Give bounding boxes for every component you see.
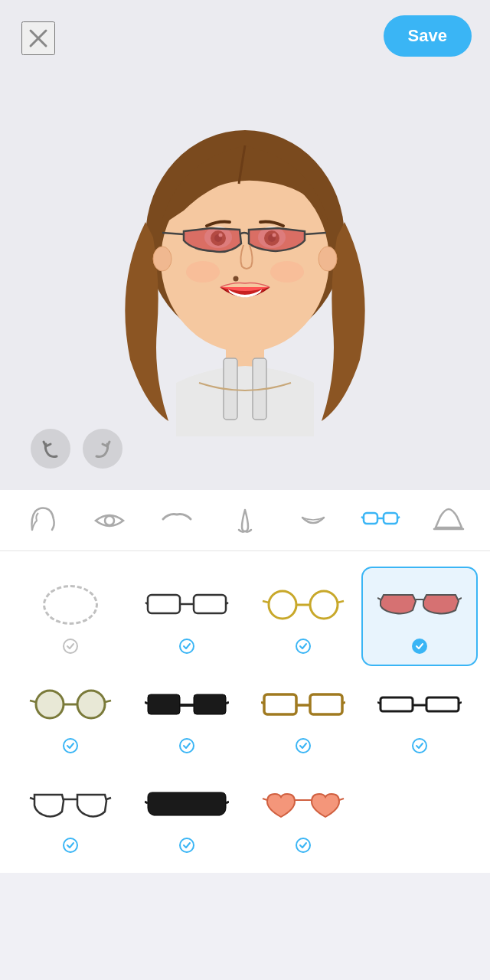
redo-button[interactable]	[83, 429, 122, 469]
heart-peach-glasses-icon	[261, 779, 345, 828]
svg-line-49	[30, 701, 36, 702]
tab-hair[interactable]	[14, 498, 69, 544]
pilot-white-glasses-icon	[28, 779, 113, 828]
svg-point-73	[64, 838, 77, 852]
gold-wayfarer-glasses-icon	[261, 680, 345, 729]
black-wayfarer-glasses-icon	[145, 680, 229, 729]
tab-hat[interactable]	[421, 498, 476, 544]
svg-rect-64	[381, 697, 413, 711]
red-cat-glasses-icon	[377, 580, 462, 629]
glasses-option-red-cat[interactable]	[361, 567, 478, 666]
svg-line-55	[145, 702, 148, 704]
svg-line-43	[377, 598, 381, 599]
glasses-option-black-thin[interactable]	[361, 666, 478, 766]
category-tabs	[0, 490, 490, 551]
svg-line-75	[226, 802, 229, 803]
tab-eyes[interactable]	[82, 498, 137, 544]
gold-round-check-icon	[292, 635, 314, 657]
olive-round-check-icon	[60, 735, 81, 756]
heart-peach-check-icon	[292, 835, 314, 856]
glasses-option-black-shield[interactable]	[129, 766, 245, 865]
svg-point-35	[180, 639, 194, 653]
svg-point-20	[153, 247, 172, 271]
black-shield-glasses-icon	[145, 779, 229, 828]
svg-line-39	[263, 601, 269, 603]
tab-nose[interactable]	[217, 498, 273, 544]
glasses-options-grid	[0, 551, 490, 873]
tab-glasses[interactable]	[353, 498, 408, 544]
white-thin-check-icon	[176, 635, 198, 657]
gold-wayfarer-check-icon	[292, 735, 314, 756]
svg-point-63	[296, 739, 310, 753]
svg-rect-31	[194, 595, 226, 613]
black-wayfarer-check-icon	[176, 735, 198, 756]
svg-point-21	[318, 247, 337, 271]
svg-line-72	[106, 798, 111, 799]
glasses-option-olive-round[interactable]	[12, 666, 129, 766]
pilot-white-check-icon	[60, 835, 81, 856]
svg-point-18	[186, 261, 220, 283]
svg-line-79	[339, 799, 344, 800]
glasses-option-pilot-white[interactable]	[12, 766, 129, 865]
svg-point-37	[310, 591, 338, 619]
red-cat-check-icon	[409, 635, 430, 657]
svg-rect-58	[264, 694, 296, 714]
svg-line-61	[261, 702, 264, 704]
svg-point-46	[36, 691, 64, 718]
glasses-option-gold-wayfarer[interactable]	[245, 666, 361, 766]
svg-line-78	[263, 799, 267, 800]
tab-mouth[interactable]	[286, 498, 341, 544]
svg-line-44	[459, 598, 462, 599]
svg-point-51	[64, 739, 77, 753]
svg-line-56	[226, 702, 229, 704]
svg-rect-59	[310, 694, 342, 714]
svg-line-27	[397, 517, 400, 518]
black-thin-check-icon	[409, 735, 430, 756]
tab-eyebrows[interactable]	[149, 498, 204, 544]
svg-rect-30	[148, 595, 180, 613]
svg-point-76	[180, 838, 194, 852]
avatar-display	[84, 69, 406, 452]
avatar-preview-area: Save	[0, 0, 490, 490]
svg-rect-23	[364, 513, 377, 524]
save-button[interactable]: Save	[384, 15, 472, 57]
black-thin-glasses-icon	[377, 680, 462, 729]
svg-point-29	[64, 639, 77, 653]
black-shield-check-icon	[176, 835, 198, 856]
gold-round-glasses-icon	[261, 580, 345, 629]
svg-point-41	[296, 639, 310, 653]
glasses-option-none[interactable]	[12, 567, 129, 666]
svg-point-45	[413, 639, 426, 653]
glasses-option-white-thin[interactable]	[129, 567, 245, 666]
svg-rect-53	[194, 694, 226, 714]
svg-point-22	[105, 516, 114, 525]
white-thin-glasses-icon	[145, 580, 229, 629]
svg-line-26	[361, 517, 364, 518]
olive-round-glasses-icon	[28, 680, 113, 729]
close-button[interactable]	[21, 21, 55, 55]
none-glasses-icon	[43, 580, 98, 629]
svg-line-74	[145, 802, 148, 803]
svg-rect-52	[148, 694, 180, 714]
svg-line-33	[145, 603, 148, 604]
svg-line-40	[338, 601, 344, 603]
none-check-icon	[60, 635, 81, 657]
svg-rect-24	[384, 513, 397, 524]
svg-point-17	[234, 276, 239, 282]
svg-point-36	[269, 591, 296, 619]
svg-point-47	[77, 691, 105, 718]
undo-button[interactable]	[31, 429, 70, 469]
svg-point-80	[296, 838, 310, 852]
glasses-option-heart-peach[interactable]	[245, 766, 361, 865]
glasses-option-gold-round[interactable]	[245, 567, 361, 666]
svg-point-57	[180, 739, 194, 753]
undo-redo-controls	[31, 429, 122, 469]
svg-line-50	[105, 701, 111, 702]
svg-rect-65	[426, 697, 459, 711]
glasses-option-black-wayfarer[interactable]	[129, 666, 245, 766]
svg-point-69	[413, 739, 426, 753]
svg-point-19	[270, 261, 304, 283]
svg-line-34	[226, 603, 228, 604]
svg-line-62	[342, 702, 345, 704]
